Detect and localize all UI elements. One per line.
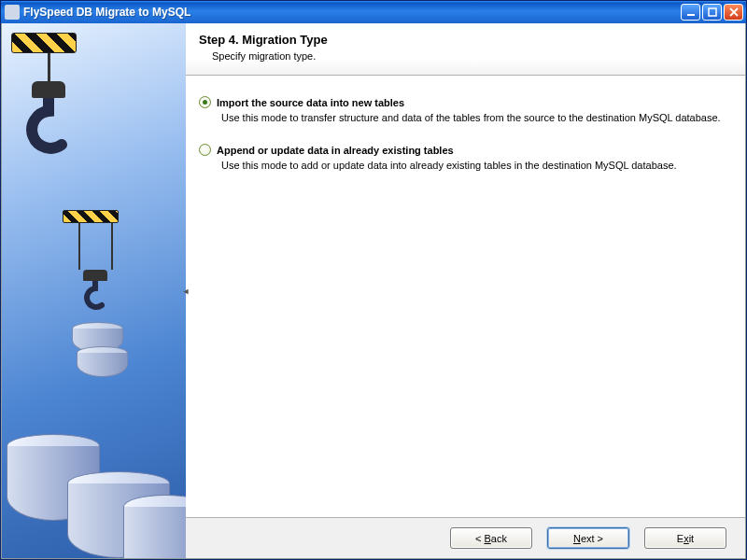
option-import-new: Import the source data into new tables U… — [199, 96, 726, 123]
titlebar[interactable]: FlySpeed DB Migrate to MySQL — [1, 1, 746, 23]
option-description: Use this mode to transfer structure and … — [221, 112, 726, 123]
option-label[interactable]: Import the source data into new tables — [217, 97, 404, 108]
wizard-sidebar — [2, 23, 186, 558]
app-icon — [5, 5, 20, 20]
app-window: FlySpeed DB Migrate to MySQL — [0, 0, 747, 560]
client-area: ◄ Step 4. Migration Type Specify migrati… — [1, 23, 746, 559]
radio-import-new[interactable] — [199, 96, 211, 108]
close-button[interactable] — [724, 4, 743, 21]
splitter-handle[interactable]: ◄ — [182, 273, 190, 310]
database-cylinder-icon — [77, 346, 128, 377]
back-button[interactable]: < Back — [450, 527, 532, 549]
wizard-footer: < Back Next > Exit — [186, 517, 745, 558]
wizard-content: Import the source data into new tables U… — [186, 76, 745, 517]
window-title: FlySpeed DB Migrate to MySQL — [23, 6, 681, 19]
option-label[interactable]: Append or update data in already existin… — [217, 145, 454, 156]
step-heading: Step 4. Migration Type — [199, 33, 732, 47]
maximize-button[interactable] — [702, 4, 722, 21]
option-description: Use this mode to add or update data into… — [221, 160, 726, 171]
exit-button[interactable]: Exit — [644, 527, 726, 549]
svg-rect-1 — [709, 8, 716, 16]
svg-rect-0 — [687, 14, 695, 16]
minimize-button[interactable] — [681, 4, 700, 21]
hook-icon — [21, 98, 77, 182]
option-append-update: Append or update data in already existin… — [199, 144, 726, 171]
step-subheading: Specify migration type. — [212, 50, 732, 62]
radio-append-update[interactable] — [199, 144, 211, 156]
close-icon — [729, 7, 739, 17]
database-cylinder-icon — [123, 495, 186, 558]
next-button[interactable]: Next > — [547, 527, 629, 549]
wizard-banner: Step 4. Migration Type Specify migration… — [186, 23, 745, 76]
window-controls — [681, 4, 743, 21]
maximize-icon — [708, 7, 717, 17]
minimize-icon — [686, 7, 696, 17]
wizard-main: Step 4. Migration Type Specify migration… — [186, 23, 745, 558]
